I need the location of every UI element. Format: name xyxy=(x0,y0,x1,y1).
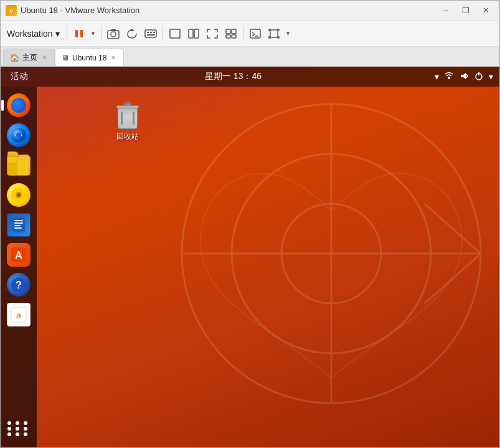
view2-button[interactable] xyxy=(185,24,202,44)
desktop-with-dock: A ? xyxy=(1,87,499,447)
dock-item-appstore[interactable]: A xyxy=(5,241,32,269)
svg-rect-13 xyxy=(170,29,180,38)
svg-rect-2 xyxy=(75,30,78,37)
pause-button[interactable] xyxy=(70,24,88,44)
amazon-icon: a xyxy=(7,303,31,326)
svg-rect-15 xyxy=(194,29,199,38)
svg-text:V: V xyxy=(9,8,13,14)
revert-icon xyxy=(126,28,138,39)
pause-dropdown-button[interactable]: ▾ xyxy=(89,24,98,44)
tray-sound-icon[interactable] xyxy=(459,71,469,83)
dock-item-amazon[interactable]: a xyxy=(5,301,32,328)
tab-home-icon: 🏠 xyxy=(10,54,19,62)
desktop-content[interactable]: 回收站 xyxy=(37,87,499,447)
dock-item-help[interactable]: ? xyxy=(5,271,32,298)
tab-home-close[interactable]: ✕ xyxy=(40,54,48,62)
gnome-topbar: 活动 星期一 13：46 ▾ xyxy=(1,67,499,87)
tab-ubuntu18-label: Ubuntu 18 xyxy=(72,54,106,62)
ctrl-alt-del-button[interactable] xyxy=(142,24,159,44)
view1-icon xyxy=(169,28,181,39)
dock-apps-grid-button[interactable] xyxy=(5,415,32,442)
tray-network-icon[interactable] xyxy=(444,71,454,83)
svg-text:a: a xyxy=(16,310,21,320)
console-icon xyxy=(249,28,262,39)
apps-grid-icon xyxy=(5,415,32,442)
help-icon: ? xyxy=(7,273,31,297)
svg-rect-22 xyxy=(270,30,278,37)
ubuntu-desktop[interactable]: 活动 星期一 13：46 ▾ xyxy=(1,67,499,447)
svg-rect-16 xyxy=(226,29,230,34)
snapshot-button[interactable] xyxy=(105,24,122,44)
fit-icon xyxy=(268,28,280,39)
dock-item-thunderbird[interactable] xyxy=(5,122,32,149)
svg-rect-19 xyxy=(232,35,236,38)
fit-dropdown-arrow: ▾ xyxy=(286,30,290,37)
tab-home-label: 主页 xyxy=(22,52,37,63)
view1-button[interactable] xyxy=(166,24,184,44)
svg-rect-42 xyxy=(14,222,23,224)
revert-button[interactable] xyxy=(123,24,141,44)
svg-rect-36 xyxy=(7,158,16,163)
svg-rect-20 xyxy=(250,29,260,38)
svg-point-28 xyxy=(448,77,450,79)
svg-rect-18 xyxy=(226,35,230,38)
minimize-button[interactable]: – xyxy=(437,4,455,17)
workstation-menu-button[interactable]: Workstation ▾ xyxy=(3,24,64,44)
svg-rect-8 xyxy=(145,30,156,37)
console-button[interactable] xyxy=(247,24,264,44)
tray-power-icon[interactable] xyxy=(474,71,484,83)
vm-area: 活动 星期一 13：46 ▾ xyxy=(1,67,499,447)
tab-ubuntu18[interactable]: 🖥 Ubuntu 18 ✕ xyxy=(55,49,124,66)
dock: A ? xyxy=(1,87,37,447)
restore-button[interactable]: ❐ xyxy=(457,4,474,17)
files-icon xyxy=(7,155,31,176)
view2-icon xyxy=(187,28,200,39)
tray-power-dropdown[interactable]: ▾ xyxy=(489,72,493,82)
gnome-system-tray: ▾ xyxy=(435,71,493,83)
tab-home[interactable]: 🏠 主页 ✕ xyxy=(3,49,55,66)
close-button[interactable]: ✕ xyxy=(477,4,494,17)
gnome-clock: 星期一 13：46 xyxy=(32,71,435,82)
svg-rect-11 xyxy=(153,32,155,33)
dock-item-rhythmbox[interactable] xyxy=(5,181,32,209)
appstore-icon: A xyxy=(7,243,31,267)
thunderbird-icon xyxy=(7,123,31,147)
tabbar: 🏠 主页 ✕ 🖥 Ubuntu 18 ✕ xyxy=(1,47,499,67)
snapshot-icon xyxy=(107,28,120,39)
keyboard-icon xyxy=(144,28,157,39)
svg-text:A: A xyxy=(15,250,22,260)
dock-active-indicator xyxy=(1,100,4,111)
window-title: Ubuntu 18 - VMware Workstation xyxy=(21,6,437,15)
svg-rect-6 xyxy=(111,29,116,31)
workstation-label: Workstation xyxy=(7,29,53,39)
svg-rect-41 xyxy=(14,220,23,221)
toolbar-separator-1 xyxy=(67,26,67,41)
unity-icon xyxy=(225,28,237,39)
toolbar: Workstation ▾ ▾ xyxy=(1,21,499,47)
svg-point-39 xyxy=(17,194,20,196)
fit-button[interactable] xyxy=(265,24,283,44)
svg-point-5 xyxy=(111,32,116,37)
trash-icon-img xyxy=(114,102,141,129)
gnome-activities-button[interactable]: 活动 xyxy=(7,71,32,82)
fullscreen-button[interactable] xyxy=(204,24,221,44)
dock-item-libreoffice[interactable] xyxy=(5,211,32,239)
tab-ubuntu18-close[interactable]: ✕ xyxy=(110,54,117,62)
fit-dropdown-button[interactable]: ▾ xyxy=(284,24,293,44)
trash-can xyxy=(116,102,139,129)
unity-button[interactable] xyxy=(222,24,240,44)
window-controls: – ❐ ✕ xyxy=(437,4,494,17)
svg-text:?: ? xyxy=(16,280,22,290)
svg-rect-10 xyxy=(150,32,152,33)
svg-rect-12 xyxy=(147,34,155,36)
tray-dropdown-arrow[interactable]: ▾ xyxy=(435,72,439,82)
tab-ubuntu18-icon: 🖥 xyxy=(62,54,69,62)
vmware-icon: V xyxy=(6,5,17,16)
svg-rect-9 xyxy=(147,32,149,33)
libreoffice-icon xyxy=(7,213,31,237)
pause-dropdown-arrow: ▾ xyxy=(92,30,95,37)
dock-item-firefox[interactable] xyxy=(5,92,32,119)
dock-item-files[interactable] xyxy=(5,151,32,179)
desktop-icon-trash[interactable]: 回收站 xyxy=(105,99,150,145)
svg-rect-44 xyxy=(14,227,22,229)
